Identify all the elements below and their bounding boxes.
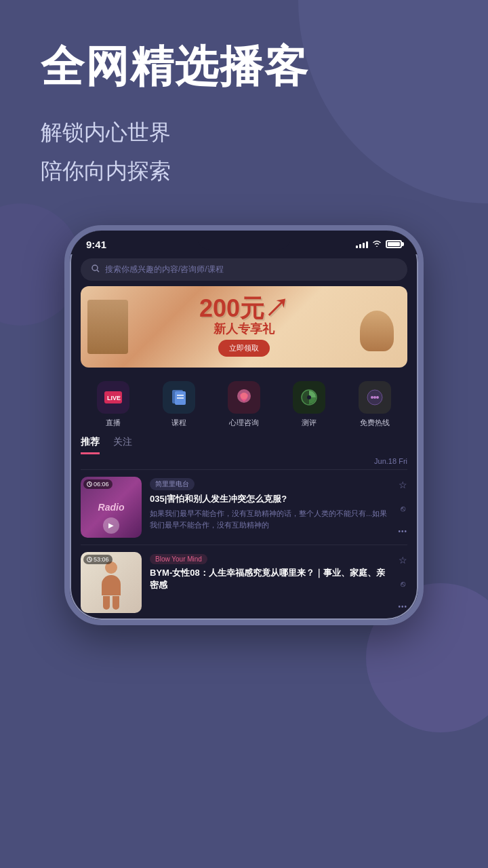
- card2-more-icon[interactable]: •••: [398, 603, 407, 610]
- live-label: 直播: [106, 418, 121, 428]
- consult-icon: [228, 381, 260, 414]
- tab-recommend[interactable]: 推荐: [81, 436, 100, 454]
- search-bar[interactable]: 搜索你感兴趣的内容/咨询师/课程: [81, 258, 407, 281]
- svg-point-11: [307, 395, 311, 399]
- live-icon: LIVE: [97, 381, 129, 414]
- svg-line-18: [89, 484, 91, 486]
- banner-subtitle: 新人专享礼: [199, 321, 289, 337]
- card1-content: 简里里电台 035|害怕和别人发生冲突怎么克服? 如果我们最早不能合作，没有互助…: [150, 477, 390, 538]
- card1-more-icon[interactable]: •••: [398, 528, 407, 535]
- card2-figure: [102, 561, 121, 610]
- category-hotline[interactable]: 免费热线: [359, 381, 391, 428]
- card2-source: Blow Your Mind: [150, 554, 207, 564]
- hero-title: 全网精选播客: [41, 41, 447, 93]
- course-icon: [163, 381, 195, 414]
- hero-subtitle: 解锁内心世界 陪你向内探索: [41, 113, 447, 191]
- card1-actions: ☆ ⎋ •••: [398, 477, 407, 538]
- svg-point-13: [371, 396, 373, 399]
- svg-text:LIVE: LIVE: [107, 395, 121, 401]
- battery-icon: [386, 240, 402, 248]
- search-icon: [92, 264, 100, 275]
- card2-star-icon[interactable]: ☆: [399, 555, 407, 566]
- card2-title: BYM-女性08：人生幸福感究竟从哪里来？｜事业、家庭、亲密感: [150, 567, 390, 591]
- card1-title: 035|害怕和别人发生冲突怎么克服?: [150, 493, 390, 505]
- status-icons: [356, 239, 402, 250]
- card1-source: 简里里电台: [150, 478, 195, 490]
- hero-subtitle-line2: 陪你向内探索: [41, 159, 171, 183]
- banner[interactable]: 200元↗ 新人专享礼 立即领取: [81, 286, 407, 368]
- card1-share-icon[interactable]: ⎋: [401, 504, 405, 513]
- card1-description: 如果我们最早不能合作，没有互助精神的话，整个人类的不能只有...如果我们最早不能…: [150, 508, 390, 530]
- phone-notch: [197, 231, 291, 250]
- wifi-icon: [372, 239, 382, 250]
- card1-thumbnail[interactable]: 06:06 Radio ▶: [81, 477, 142, 538]
- tab-follow[interactable]: 关注: [113, 436, 132, 454]
- consult-label: 心理咨询: [229, 418, 259, 428]
- card2-share-icon[interactable]: ⎋: [401, 579, 405, 589]
- card1-thumb-label: Radio: [98, 502, 125, 513]
- svg-point-0: [92, 265, 98, 271]
- svg-point-15: [376, 396, 379, 399]
- categories-row: LIVE 直播 课程: [70, 376, 418, 436]
- banner-claim-button[interactable]: 立即领取: [218, 340, 270, 357]
- hero-subtitle-line1: 解锁内心世界: [41, 120, 171, 144]
- banner-amount: 200元↗: [199, 296, 289, 321]
- category-test[interactable]: 测评: [293, 381, 325, 428]
- card2-content: Blow Your Mind BYM-女性08：人生幸福感究竟从哪里来？｜事业、…: [150, 552, 390, 613]
- hero-section: 全网精选播客 解锁内心世界 陪你向内探索: [0, 0, 488, 212]
- signal-icon: [356, 240, 368, 248]
- card1-play-button[interactable]: ▶: [103, 517, 119, 534]
- card2-duration: 53:06: [83, 555, 113, 564]
- date-label: Jun.18 Fri: [70, 457, 418, 465]
- search-placeholder-text: 搜索你感兴趣的内容/咨询师/课程: [105, 264, 224, 275]
- content-list: 06:06 Radio ▶ 简里里电台 035|害怕和别人发生冲突怎么克服? 如…: [70, 469, 418, 620]
- content-card-2: 53:06 Blow Your Mind BYM-女性08：人生幸福感究: [81, 545, 407, 620]
- banner-deco-left: [87, 300, 128, 354]
- card1-star-icon[interactable]: ☆: [399, 479, 407, 490]
- category-consult[interactable]: 心理咨询: [228, 381, 260, 428]
- svg-point-14: [373, 396, 376, 399]
- test-icon: [293, 381, 325, 414]
- status-time: 9:41: [86, 239, 106, 250]
- card2-actions: ☆ ⎋ •••: [398, 552, 407, 613]
- banner-deco-right: [360, 311, 394, 351]
- card1-duration: 06:06: [83, 479, 113, 489]
- phone-mockup: 9:41: [64, 225, 424, 625]
- svg-point-9: [241, 393, 247, 399]
- test-label: 测评: [302, 418, 317, 428]
- banner-text: 200元↗ 新人专享礼 立即领取: [199, 296, 289, 357]
- card2-thumbnail[interactable]: 53:06: [81, 552, 142, 613]
- hotline-icon: [359, 381, 391, 414]
- content-tabs: 推荐 关注: [70, 436, 418, 454]
- category-course[interactable]: 课程: [163, 381, 195, 428]
- phone-container: 9:41: [0, 225, 488, 625]
- svg-line-21: [89, 559, 91, 561]
- category-live[interactable]: LIVE 直播: [97, 381, 129, 428]
- content-card-1: 06:06 Radio ▶ 简里里电台 035|害怕和别人发生冲突怎么克服? 如…: [81, 469, 407, 545]
- course-label: 课程: [171, 418, 186, 428]
- svg-line-1: [97, 270, 99, 272]
- hotline-label: 免费热线: [360, 418, 390, 428]
